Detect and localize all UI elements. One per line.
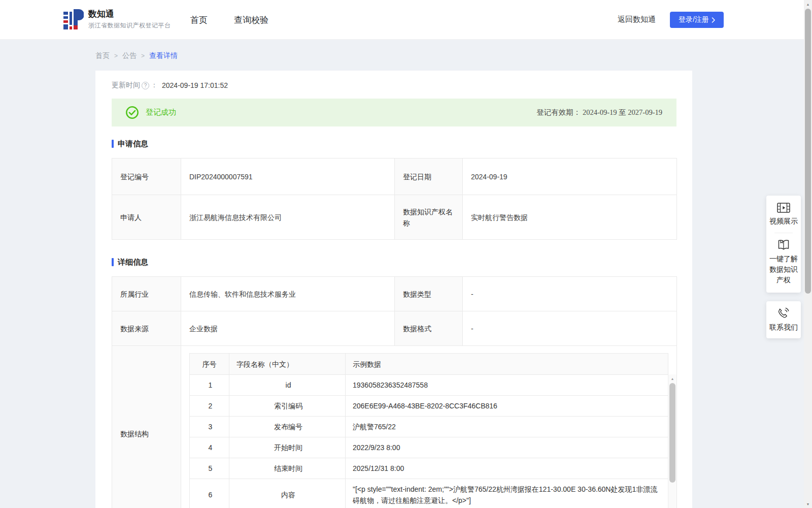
contact-us-label: 联系我们	[768, 322, 799, 333]
detail-card: 更新时间 ? ： 2024-09-19 17:01:52 登记成功 登记有效期：…	[95, 71, 692, 508]
table-row: 6 内容 "[<p style=""text-indent: 2em;"">沪航…	[190, 479, 668, 508]
field-label: 数据类型	[395, 277, 463, 311]
browser-scrollbar-thumb[interactable]	[805, 9, 811, 294]
section-application-info: 申请信息	[112, 140, 676, 148]
field-value: 信息传输、软件和信息技术服务业	[181, 277, 395, 311]
cell-seq: 2	[190, 396, 229, 417]
breadcrumb-separator: >	[141, 52, 145, 59]
top-header: 数知通 浙江省数据知识产权登记平台 首页 查询校验 返回数知通 登录/注册	[0, 0, 804, 40]
section-title-text: 申请信息	[118, 139, 148, 149]
breadcrumb-separator: >	[114, 52, 118, 59]
cell-sample-data: 206E6E99-A468-43BE-8202-8CC3F46CB816	[346, 396, 668, 417]
cell-field-name: 发布编号	[229, 417, 346, 437]
cell-field-name: id	[229, 375, 346, 396]
section-accent-bar	[112, 258, 114, 266]
table-row: 5 结束时间 2025/12/31 8:00	[190, 458, 668, 479]
section-detail-info: 详细信息	[112, 258, 676, 266]
login-register-button[interactable]: 登录/注册	[670, 12, 724, 28]
field-label: 数据格式	[395, 311, 463, 346]
field-label: 数据来源	[112, 311, 181, 346]
contact-us-button[interactable]: 联系我们	[768, 307, 799, 333]
field-value: 实时航行警告数据	[463, 195, 677, 240]
status-banner-left: 登记成功	[125, 106, 176, 119]
field-label: 登记日期	[395, 158, 463, 195]
field-value: DIP2024000007591	[181, 158, 395, 195]
section-title-text: 详细信息	[118, 258, 148, 267]
video-showcase-label: 视频展示	[768, 216, 799, 227]
inner-table-scrollbar[interactable]: ▲	[668, 374, 676, 508]
field-label: 数据知识产权名称	[395, 195, 463, 240]
video-icon	[777, 203, 790, 213]
update-time-label: 更新时间	[112, 81, 140, 90]
field-label: 所属行业	[112, 277, 181, 311]
widget-divider	[774, 233, 793, 233]
status-text: 登记成功	[146, 108, 176, 117]
table-row: 数据结构 序号 字段名称（中文） 示例数据	[112, 346, 677, 508]
cell-sample-data: 2022/9/23 8:00	[346, 437, 668, 458]
success-check-icon	[125, 106, 139, 119]
table-row: 3 发布编号 沪航警765/22	[190, 417, 668, 437]
table-row: 登记编号 DIP2024000007591 登记日期 2024-09-19	[112, 158, 677, 195]
phone-icon	[777, 307, 790, 319]
field-label: 登记编号	[112, 158, 181, 195]
table-row: 4 开始时间 2022/9/23 8:00	[190, 437, 668, 458]
cell-sample-data: "[<p style=""text-indent: 2em;"">沪航警765/…	[346, 479, 668, 508]
validity-value: 2024-09-19 至 2027-09-19	[583, 108, 662, 116]
scroll-up-arrow-icon[interactable]: ▲	[668, 374, 676, 383]
browser-scrollbar: ▲ ▼	[804, 0, 812, 508]
detail-info-table: 所属行业 信息传输、软件和信息技术服务业 数据类型 - 数据来源 企业数据 数据…	[112, 276, 677, 508]
table-row: 数据来源 企业数据 数据格式 -	[112, 311, 677, 346]
data-structure-table: 序号 字段名称（中文） 示例数据 1 id 193605823635248755…	[189, 353, 668, 508]
one-click-guide-label: 一键了解数据知识产权	[768, 253, 799, 285]
login-register-label: 登录/注册	[679, 15, 709, 24]
scrollbar-down-arrow-icon[interactable]: ▼	[804, 500, 812, 508]
cell-seq: 4	[190, 437, 229, 458]
floating-widget-card: 视频展示 一键了解数据知识产权	[766, 196, 801, 293]
cell-field-name: 开始时间	[229, 437, 346, 458]
cell-sample-data: 1936058236352487558	[346, 375, 668, 396]
scrollbar-up-arrow-icon[interactable]: ▲	[804, 0, 812, 8]
top-nav: 首页 查询校验	[190, 0, 268, 40]
cell-seq: 3	[190, 417, 229, 437]
validity-period: 登记有效期： 2024-09-19 至 2027-09-19	[536, 108, 662, 117]
inner-scrollbar-thumb[interactable]	[669, 383, 675, 483]
back-to-shuzhitong-link[interactable]: 返回数知通	[618, 15, 656, 24]
video-showcase-button[interactable]: 视频展示	[768, 203, 799, 227]
breadcrumb-home[interactable]: 首页	[95, 51, 110, 60]
page-root: 数知通 浙江省数据知识产权登记平台 首页 查询校验 返回数知通 登录/注册 首页…	[0, 0, 812, 508]
nav-item-home[interactable]: 首页	[190, 14, 208, 26]
logo-title: 数知通	[88, 9, 171, 19]
breadcrumb-announcement[interactable]: 公告	[122, 51, 137, 60]
chevron-right-icon	[712, 17, 715, 23]
cell-field-name: 内容	[229, 479, 346, 508]
table-header-row: 序号 字段名称（中文） 示例数据	[190, 354, 668, 375]
application-info-table: 登记编号 DIP2024000007591 登记日期 2024-09-19 申请…	[112, 158, 677, 240]
nav-item-query-verify[interactable]: 查询校验	[234, 14, 268, 26]
cell-seq: 1	[190, 375, 229, 396]
logo-mark-icon	[63, 8, 84, 30]
book-icon	[777, 239, 790, 250]
cell-seq: 6	[190, 479, 229, 508]
logo-subtitle: 浙江省数据知识产权登记平台	[88, 21, 171, 30]
cell-seq: 5	[190, 458, 229, 479]
table-row: 1 id 1936058236352487558	[190, 375, 668, 396]
logo-text: 数知通 浙江省数据知识产权登记平台	[88, 8, 171, 30]
breadcrumb: 首页 > 公告 > 查看详情	[95, 51, 178, 60]
app-logo[interactable]: 数知通 浙江省数据知识产权登记平台	[63, 8, 171, 30]
update-time-value: 2024-09-19 17:01:52	[162, 81, 228, 89]
cell-field-name: 索引编码	[229, 396, 346, 417]
field-value: -	[463, 311, 677, 346]
table-row: 2 索引编码 206E6E99-A468-43BE-8202-8CC3F46CB…	[190, 396, 668, 417]
table-row: 申请人 浙江易航海信息技术有限公司 数据知识产权名称 实时航行警告数据	[112, 195, 677, 240]
one-click-guide-button[interactable]: 一键了解数据知识产权	[768, 239, 799, 285]
help-icon[interactable]: ?	[142, 82, 149, 89]
section-accent-bar	[112, 140, 114, 148]
cell-sample-data: 2025/12/31 8:00	[346, 458, 668, 479]
field-value: 2024-09-19	[463, 158, 677, 195]
field-value: 企业数据	[181, 311, 395, 346]
field-label: 数据结构	[112, 346, 181, 508]
column-header-seq: 序号	[190, 354, 229, 375]
breadcrumb-current: 查看详情	[149, 51, 178, 60]
cell-field-name: 结束时间	[229, 458, 346, 479]
field-value: 浙江易航海信息技术有限公司	[181, 195, 395, 240]
